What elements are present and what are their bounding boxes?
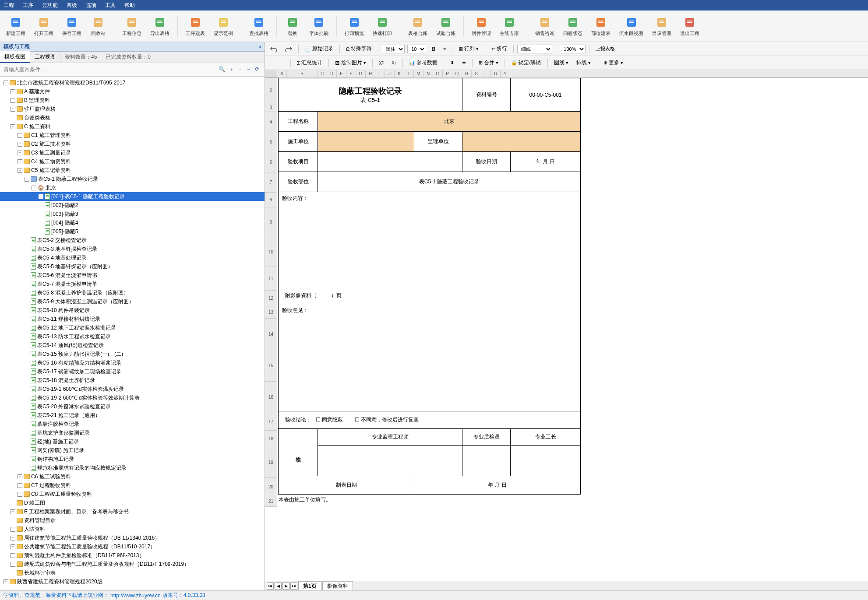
tree-node[interactable]: 网架(索膜) 施工记录 (0, 446, 265, 455)
ribbon-快速打印[interactable]: 快速打印 (370, 14, 395, 39)
form-table[interactable]: 隐蔽工程验收记录 表 C5-1 资料编号 00-00-C5-001 工程名称 北… (278, 78, 581, 505)
doc-number-value[interactable]: 00-00-C5-001 (511, 78, 581, 112)
menu-item[interactable]: 高级 (67, 2, 77, 9)
tree-root[interactable]: +陕西省建筑工程资料管理规程2020版 (0, 577, 265, 586)
raw-record-button[interactable]: 📄 原始记录 (302, 44, 336, 54)
tree-node[interactable]: 表C5-2 交接检查记录 (0, 236, 265, 245)
menu-item[interactable]: 工具 (105, 2, 116, 9)
ribbon-导出表格[interactable]: 导出表格 (148, 14, 172, 39)
tree-expand-icon[interactable]: + (11, 553, 15, 558)
tree-node[interactable]: −C 施工资料 (0, 122, 265, 131)
tree-expand-icon[interactable]: + (11, 562, 15, 567)
tree-collapse-icon[interactable]: − (4, 81, 8, 85)
tree-node[interactable]: +C8 工程竣工质量验收资料 (0, 490, 265, 498)
prev-sheet-button[interactable]: ◀ (275, 582, 282, 589)
tree-node[interactable]: 表C5-12 地下工程渗漏水检测记录 (0, 323, 265, 332)
ribbon-问题状态[interactable]: 问题状态 (561, 14, 585, 39)
tree-node[interactable]: 表C5-16 有粘结预应力结构灌浆记录 (0, 358, 265, 367)
tree-node[interactable]: [002]-隐蔽2 (0, 201, 265, 210)
ribbon-打开工程[interactable]: 打开工程 (32, 14, 56, 39)
tab-template-view[interactable]: 模板视图 (0, 51, 30, 63)
summary-button[interactable]: Σ 汇总统计 (294, 58, 325, 68)
check-date-value[interactable]: 年 月 日 (511, 152, 581, 172)
tree-node[interactable]: 规范标准要求有记录的均应按规定记录 (0, 463, 265, 472)
search-icon[interactable]: 🔍 (219, 66, 225, 74)
tree-expand-icon[interactable]: + (11, 509, 15, 514)
lock-button[interactable]: 🔒 锁定/解锁 (508, 58, 543, 68)
tree-node[interactable]: 表C5-14 通风(烟)道检查记录 (0, 341, 265, 350)
tree-node[interactable]: 表C5-19-1 600℃·d实体检验温度记录 (0, 385, 265, 393)
website-link[interactable]: http://www.zhuyew.cn (110, 593, 161, 599)
tree-node[interactable]: 台账类表格 (0, 113, 265, 122)
tree-node[interactable]: D 竣工图 (0, 498, 265, 507)
menu-item[interactable]: 选项 (86, 2, 96, 9)
tree-node[interactable]: 基坑支护变形监测记录 (0, 428, 265, 437)
ribbon-部位建表[interactable]: 部位建表 (589, 14, 613, 39)
ribbon-表格台账[interactable]: 表格台账 (406, 14, 430, 39)
sheet-body[interactable]: 2 3 4 5 6 7 8 9 10 11 12 13 14 15 16 17 (265, 78, 868, 581)
ribbon-回收站[interactable]: 回收站 (88, 14, 109, 39)
supervise-unit-value[interactable] (462, 132, 581, 152)
tree-expand-icon[interactable]: + (11, 527, 15, 532)
sort-line-button[interactable]: 排线 ▾ (574, 58, 593, 68)
panel-close-button[interactable]: ▪ (259, 44, 261, 50)
tree-node[interactable]: [003]-隐蔽3 (0, 210, 265, 218)
tree-node[interactable]: +C7 过程验收资料 (0, 481, 265, 490)
project-name-value[interactable]: 北京 (318, 112, 581, 132)
signer-2-value[interactable] (462, 446, 511, 476)
menu-item[interactable]: 工序 (23, 2, 33, 9)
row-col-button[interactable]: ▦ 行列 ▾ (456, 44, 481, 54)
tree-expand-icon[interactable]: + (18, 474, 22, 479)
tree-node[interactable]: 表C5-19-2 600℃·d实体检验等效龄期计算表 (0, 393, 265, 402)
tree-node[interactable]: 轻(地) 基施工记录 (0, 437, 265, 446)
tree-node[interactable]: +C1 施工管理资料 (0, 131, 265, 140)
tree-node[interactable]: +A 基建文件 (0, 87, 265, 96)
tree-node[interactable]: [001]-表C5-1 隐蔽工程验收记录 (0, 192, 265, 201)
collapse-icon[interactable]: － (237, 66, 243, 74)
signer-3-value[interactable] (511, 446, 581, 476)
ribbon-字体批刷[interactable]: 字体批刷 (307, 14, 331, 39)
tree-node[interactable]: +装配式建筑设备与电气工程施工质量及验收规程（DB11/T 1709-2019） (0, 560, 265, 568)
bold-button[interactable]: B (429, 45, 438, 53)
tree-node[interactable]: +公共建筑节能工程施工质量验收规程（DB11/510-2017） (0, 542, 265, 551)
tree-expand-icon[interactable]: + (18, 133, 22, 138)
tree-node[interactable]: +预制混凝土构件质量检验标准（DB11/T 968-2013） (0, 551, 265, 560)
ribbon-附件管理[interactable]: 附件管理 (469, 14, 494, 39)
sheet-tab-page1[interactable]: 第1页 (298, 581, 321, 591)
tree-node[interactable]: 表C5-6 混凝土浇灌申请书 (0, 271, 265, 280)
tree-node[interactable]: +E 工程档案案卷封面、目录、备考表与移交书 (0, 507, 265, 516)
tree-expand-icon[interactable]: + (18, 151, 22, 155)
tree-node[interactable]: −表C5-1 隐蔽工程验收记录 (0, 175, 265, 183)
align-button[interactable]: ≡ (441, 45, 448, 53)
wrap-button[interactable]: ↩ 折行 (489, 44, 510, 54)
tree-node[interactable]: +B 监理资料 (0, 96, 265, 105)
upload-button[interactable]: 上报表格 (593, 44, 617, 53)
make-date-value[interactable]: 年 月 日 (414, 476, 581, 495)
tree-collapse-icon[interactable]: − (11, 124, 15, 129)
font-select[interactable]: 黑体 (382, 45, 405, 53)
tree-node[interactable]: +人防资料 (0, 525, 265, 533)
tree-expand-icon[interactable]: + (11, 89, 15, 94)
check-part-value[interactable]: 表C5-1 隐蔽工程验收记录 (318, 172, 581, 192)
ribbon-目录管理[interactable]: 目录管理 (649, 14, 674, 39)
construct-unit-value[interactable] (318, 132, 414, 152)
tree-node[interactable]: 表C5-17 钢筋螺纹加工现场检查记录 (0, 367, 265, 376)
attachment-row[interactable]: 附影像资料（ ）页 (279, 288, 581, 304)
superscript-button[interactable]: X² (376, 59, 386, 67)
next-icon[interactable]: → (246, 66, 251, 74)
tree-expand-icon[interactable]: + (4, 579, 8, 584)
merge-button[interactable]: ⊞ 合并 ▾ (476, 58, 501, 68)
tree-collapse-icon[interactable]: − (18, 168, 22, 173)
template-tree[interactable]: −北京市建筑工程资料管理规程DB11/T695-2017+A 基建文件+B 监理… (0, 77, 265, 590)
tree-node[interactable]: +驻厂监理表格 (0, 105, 265, 113)
circle-line-button[interactable]: 圆线 ▾ (551, 58, 571, 68)
ribbon-工序建表[interactable]: 工序建表 (183, 14, 208, 39)
refresh-icon[interactable]: ⟳ (255, 66, 259, 74)
ref-data-button[interactable]: 📊 参考数据 (406, 58, 440, 68)
more-button[interactable]: ⊕ 更多 ▾ (601, 58, 626, 68)
tree-node[interactable]: 表C5-15 预应力筋张拉记录(一)、(二) (0, 350, 265, 358)
tree-node[interactable]: 表C5-9 大体积混凝土测温记录（应附图） (0, 297, 265, 306)
ribbon-替换[interactable]: 替换 (282, 14, 303, 39)
tree-expand-icon[interactable]: + (18, 142, 22, 147)
tree-node[interactable]: 长城杯评审表 (0, 568, 265, 577)
